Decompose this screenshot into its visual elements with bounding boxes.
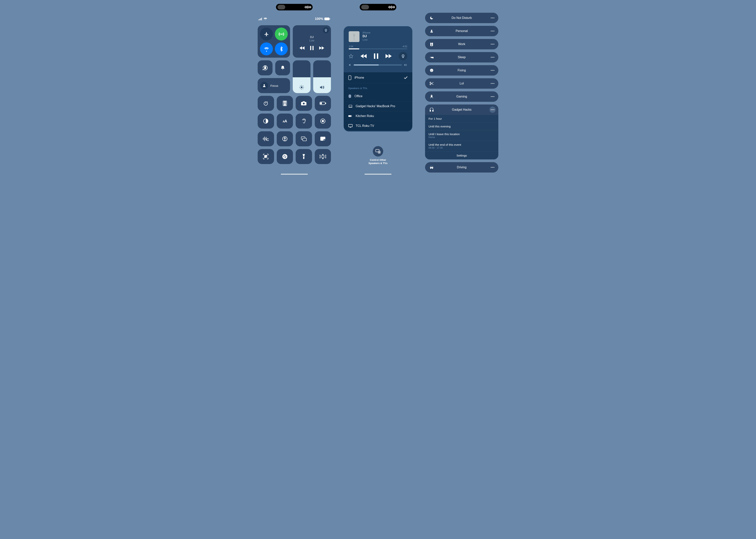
focus-options-button[interactable] (489, 41, 496, 47)
focus-mode-label: Personal (425, 29, 498, 33)
focus-mode-pill[interactable]: Work (425, 39, 498, 49)
screen-record-button[interactable] (315, 114, 331, 128)
silent-mode-toggle[interactable] (275, 60, 290, 75)
dynamic-island[interactable] (360, 4, 396, 10)
flashlight-button[interactable] (295, 149, 312, 164)
low-power-button[interactable] (315, 96, 331, 111)
focus-mode-pill[interactable]: Driving (425, 162, 498, 173)
svg-rect-16 (284, 102, 286, 102)
brightness-icon (299, 85, 304, 90)
accessibility-button[interactable] (277, 131, 293, 146)
watch-ping-button[interactable] (315, 149, 331, 164)
airplay-device[interactable]: Office (344, 91, 412, 102)
shazam-button[interactable] (258, 131, 274, 146)
qr-scan-button[interactable] (258, 149, 274, 164)
focus-mode-label: Sleep (425, 55, 498, 59)
svg-rect-37 (266, 137, 267, 140)
focus-settings-link[interactable]: Settings (425, 152, 498, 159)
home-indicator[interactable] (365, 174, 391, 175)
focus-mode-label: Fixing (425, 69, 498, 72)
focus-options-button[interactable] (489, 107, 496, 113)
svg-rect-50 (267, 157, 267, 158)
svg-point-69 (493, 18, 494, 18)
focus-mode-pill[interactable]: Lol (425, 78, 498, 89)
airplay-device[interactable]: Kitchen Roku (344, 111, 412, 121)
focus-duration-option[interactable]: For 1 hour (425, 115, 498, 122)
airplay-device-this[interactable]: iPhone (344, 72, 412, 83)
timer-button[interactable] (258, 96, 274, 111)
next-button[interactable] (319, 46, 324, 50)
bluetooth-toggle[interactable] (275, 42, 288, 55)
airplay-button[interactable] (399, 52, 407, 60)
text-size-button[interactable]: AA (277, 114, 293, 128)
focus-duration-option[interactable]: Until this evening (425, 122, 498, 130)
focus-mode-pill[interactable]: Sleep (425, 52, 498, 62)
brightness-slider[interactable] (293, 60, 310, 93)
focus-expanded-header[interactable]: Gadget Hacks (425, 105, 498, 115)
previous-button[interactable] (361, 54, 367, 58)
focus-options-button[interactable] (489, 94, 496, 100)
album-art[interactable] (349, 31, 360, 42)
focus-options-button[interactable] (489, 54, 496, 60)
svg-point-26 (303, 103, 305, 105)
camera-button[interactable] (295, 96, 312, 111)
camera-icon (301, 101, 307, 106)
focus-options-button[interactable] (489, 164, 496, 170)
orientation-lock-toggle[interactable] (258, 60, 273, 75)
next-button[interactable] (385, 54, 392, 58)
screen-mirroring-button[interactable] (295, 131, 312, 146)
control-other-button[interactable] (373, 146, 383, 157)
play-pause-button[interactable] (374, 53, 378, 59)
focus-options-button[interactable] (489, 67, 496, 73)
svg-point-66 (379, 152, 380, 153)
volume-slider[interactable] (313, 60, 331, 93)
airplane-toggle[interactable] (260, 28, 273, 40)
audio-wave-icon (305, 6, 311, 9)
wallet-icon (320, 136, 326, 141)
home-indicator[interactable] (281, 174, 308, 175)
focus-mode-pill[interactable]: Do Not Disturb (425, 13, 498, 23)
airplay-volume-slider[interactable] (354, 64, 402, 65)
hearing-button[interactable] (295, 114, 312, 128)
check-icon (404, 76, 408, 79)
wifi-toggle[interactable] (260, 42, 273, 55)
text-size-icon: AA (283, 119, 287, 123)
cellular-data-toggle[interactable] (275, 28, 288, 40)
svg-rect-2 (260, 18, 261, 20)
dark-mode-button[interactable] (258, 114, 274, 128)
svg-rect-54 (374, 53, 375, 59)
airplay-button[interactable] (323, 27, 329, 33)
focus-mode-pill[interactable]: Gaming (425, 91, 498, 102)
laptop-icon (348, 105, 353, 108)
favorite-button[interactable] (349, 54, 353, 58)
focus-mode-pill[interactable]: Fixing (425, 65, 498, 76)
focus-duration-option[interactable]: Until the end of this event 09:30 - 17:3… (425, 141, 498, 152)
island-media-thumb (361, 5, 369, 9)
focus-toggle[interactable]: Focus (258, 78, 290, 93)
wallet-button[interactable] (315, 131, 331, 146)
airplay-device[interactable]: Gadget Hacks' MacBook Pro (344, 102, 412, 111)
focus-duration-option[interactable]: Until I leave this location Home (425, 130, 498, 141)
focus-mode-label: Lol (425, 82, 498, 85)
device-label: TCL Roku TV (356, 124, 374, 128)
airplay-device[interactable]: TCL Roku TV (344, 121, 412, 131)
device-label: Gadget Hacks' MacBook Pro (356, 105, 395, 108)
focus-mode-label: Work (425, 42, 498, 46)
play-pause-button[interactable] (310, 46, 314, 50)
progress-track[interactable] (349, 48, 407, 49)
svg-point-79 (492, 44, 493, 44)
previous-button[interactable] (299, 46, 304, 50)
focus-options-button[interactable] (489, 80, 496, 87)
focus-options-button[interactable] (489, 15, 496, 21)
focus-mode-pill[interactable]: Personal (425, 26, 498, 36)
svg-point-21 (285, 104, 285, 105)
calculator-button[interactable] (277, 96, 293, 111)
shazam-icon (282, 154, 288, 159)
media-tile[interactable]: DJ Low (293, 25, 331, 58)
svg-point-87 (491, 70, 492, 71)
music-recognition-button[interactable] (277, 149, 293, 164)
dynamic-island[interactable] (276, 4, 313, 10)
focus-mode-label: Do Not Disturb (425, 16, 498, 20)
connectivity-tile[interactable] (258, 25, 290, 58)
focus-options-button[interactable] (489, 28, 496, 34)
